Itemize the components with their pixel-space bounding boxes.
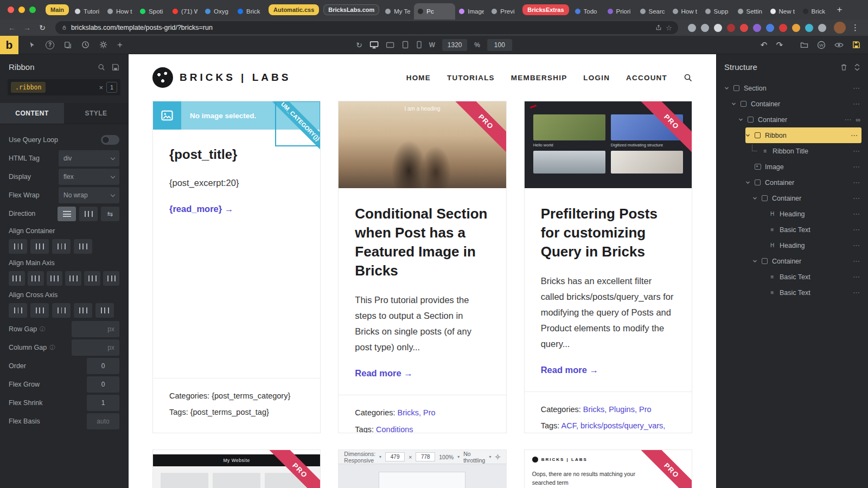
align-items-end-icon[interactable] [52, 303, 71, 318]
item-actions-icon[interactable]: ⋯ [853, 147, 860, 155]
structure-item-container[interactable]: Container ⋯ [720, 253, 864, 269]
collapse-all-icon[interactable] [854, 63, 860, 71]
justify-start-icon[interactable] [9, 271, 25, 286]
undo-icon[interactable]: ↶ [761, 40, 768, 50]
remove-class-icon[interactable]: × [99, 84, 103, 92]
browser-tab[interactable]: Brick [799, 3, 832, 20]
tag-links[interactable]: ACF, bricks/posts/query_vars, filter, qu… [541, 421, 666, 433]
chevron-down-icon[interactable] [724, 86, 732, 91]
item-actions-icon[interactable]: ⋯ [853, 84, 860, 92]
devtools-height-input[interactable] [416, 452, 435, 461]
category-links[interactable]: Bricks, Plugins, Pro [583, 405, 652, 414]
align-container-end-icon[interactable] [52, 239, 71, 254]
flex-shrink-input[interactable] [87, 395, 119, 411]
delete-icon[interactable] [840, 63, 847, 71]
item-actions-icon[interactable]: ⋯ [853, 100, 860, 108]
class-count-badge[interactable]: 1 [106, 82, 117, 93]
breakpoint-tablet-landscape-icon[interactable] [386, 41, 394, 49]
pages-icon[interactable] [64, 41, 72, 49]
tag-links[interactable]: Conditions [376, 425, 413, 433]
preview-eye-icon[interactable] [834, 42, 844, 48]
nav-home[interactable]: HOME [406, 74, 431, 82]
item-actions-icon[interactable]: ⋯ [853, 257, 860, 265]
extension-icon[interactable] [740, 24, 748, 32]
align-container-start-icon[interactable] [9, 239, 27, 254]
browser-tab[interactable]: Brick [234, 3, 266, 20]
structure-item-container[interactable]: Container ⋯ [720, 96, 864, 112]
align-items-baseline-icon[interactable] [95, 303, 114, 318]
canvas-zoom-input[interactable] [487, 39, 512, 51]
item-actions-icon[interactable]: ⋯ [853, 288, 860, 297]
item-actions-icon[interactable]: ⋯ [851, 131, 858, 139]
nav-login[interactable]: LOGIN [583, 74, 610, 82]
extension-icon[interactable] [714, 24, 722, 32]
browser-menu-icon[interactable]: ⋮ [848, 23, 863, 33]
breakpoint-mobile-icon[interactable] [416, 41, 422, 49]
close-window-button[interactable] [8, 7, 14, 13]
select-cursor-icon[interactable] [28, 41, 36, 49]
structure-item-container[interactable]: Container ⋯ [720, 175, 864, 190]
browser-tab[interactable]: Supp [701, 3, 734, 20]
item-actions-icon[interactable]: ⋯ [853, 226, 860, 234]
structure-item-ribbon-title[interactable]: ≡ Ribbon Title ⋯ [720, 143, 864, 159]
save-preset-icon[interactable] [112, 63, 119, 71]
nav-tutorials[interactable]: TUTORIALS [447, 74, 495, 82]
post-title[interactable]: {post_title} [169, 146, 304, 163]
save-icon[interactable] [852, 41, 860, 49]
devtools-throttling-value[interactable]: No throttling [463, 451, 485, 464]
devtools-width-input[interactable] [385, 452, 405, 461]
url-field[interactable]: brickslabs.com/template/posts-grid/?bric… [55, 21, 678, 34]
extension-icon[interactable] [818, 24, 826, 32]
structure-item-basic-text[interactable]: ≡ Basic Text ⋯ [720, 222, 864, 237]
item-actions-icon[interactable]: ⋯ [853, 194, 860, 202]
share-icon[interactable] [655, 24, 662, 31]
bricks-logo[interactable]: b [0, 36, 18, 54]
tab-group-brickslabs[interactable]: BricksLabs.com [323, 4, 379, 15]
extension-icon[interactable] [688, 24, 696, 32]
new-tab-button[interactable]: + [832, 4, 848, 15]
flex-basis-input[interactable] [87, 413, 119, 429]
structure-item-heading[interactable]: H Heading ⋯ [720, 237, 864, 253]
site-logo[interactable]: BRICKS | LABS [152, 67, 291, 88]
search-settings-icon[interactable] [98, 63, 105, 71]
item-actions-icon[interactable]: ⋯ [853, 241, 860, 249]
nav-account[interactable]: ACCOUNT [626, 74, 667, 82]
devtools-zoom-value[interactable]: 100% [439, 454, 454, 460]
chevron-down-icon[interactable] [731, 101, 739, 106]
extension-icon[interactable] [766, 24, 774, 32]
css-class-chip[interactable]: .ribbon [11, 82, 46, 93]
browser-tab[interactable]: Oxyg [201, 3, 234, 20]
browser-tab-active[interactable]: Pc [414, 3, 455, 20]
extension-icon[interactable] [805, 24, 813, 32]
item-actions-icon[interactable]: ⋯ [853, 273, 860, 281]
browser-tab[interactable]: Previ [488, 3, 520, 20]
align-items-center-icon[interactable] [30, 303, 49, 318]
structure-item-image[interactable]: Image ⋯ [720, 159, 864, 175]
profile-avatar[interactable] [834, 22, 846, 34]
sync-icon[interactable]: ↻ [356, 41, 362, 49]
extension-icon[interactable] [792, 24, 800, 32]
display-select[interactable]: flex [59, 169, 119, 185]
direction-row-icon[interactable] [58, 207, 76, 221]
category-links[interactable]: Bricks, Pro [398, 408, 436, 417]
structure-item-section[interactable]: Section ⋯ [720, 80, 864, 96]
html-tag-select[interactable]: div [59, 150, 119, 166]
browser-tab[interactable]: How t [669, 3, 701, 20]
justify-evenly-icon[interactable] [103, 271, 119, 286]
forward-icon[interactable]: → [21, 23, 34, 32]
chevron-down-icon[interactable] [752, 196, 760, 201]
extension-icon[interactable] [779, 24, 787, 32]
css-class-input[interactable]: .ribbon × 1 [8, 79, 120, 95]
item-actions-icon[interactable]: ⋯ [853, 178, 860, 187]
justify-around-icon[interactable] [84, 271, 100, 286]
browser-tab[interactable]: How t [104, 3, 136, 20]
history-icon[interactable] [81, 41, 90, 49]
browser-tab[interactable]: Searc [636, 3, 669, 20]
nav-membership[interactable]: MEMBERSHIP [511, 74, 567, 82]
extension-icon[interactable] [727, 24, 735, 32]
redo-icon[interactable]: ↷ [776, 40, 783, 50]
chevron-down-icon[interactable] [752, 259, 760, 264]
structure-item-container[interactable]: Container ⋯ [720, 190, 864, 206]
canvas-width-input[interactable] [442, 39, 467, 51]
zoom-window-button[interactable] [29, 7, 36, 13]
